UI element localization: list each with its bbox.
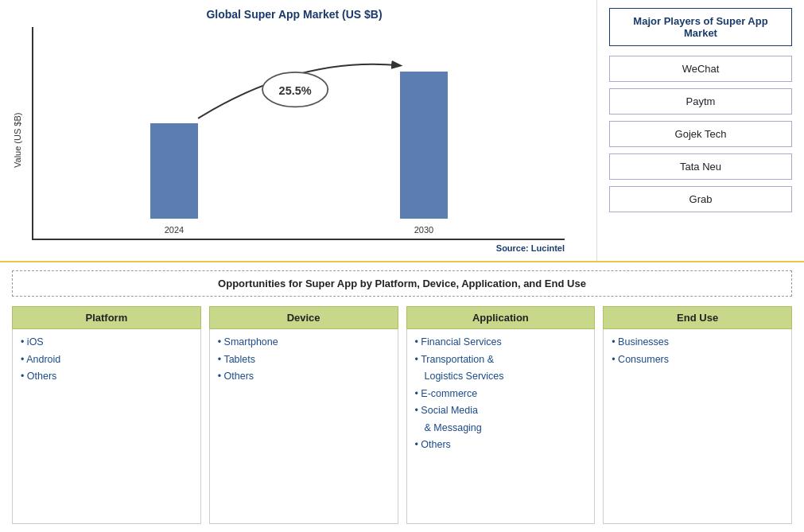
platform-item-others: Others bbox=[21, 370, 192, 384]
bar-label-2030: 2030 bbox=[414, 225, 433, 235]
player-gojek: Gojek Tech bbox=[609, 121, 792, 147]
col-body-application: Financial Services Transportation & Logi… bbox=[406, 329, 596, 524]
column-enduse: End Use Businesses Consumers bbox=[603, 306, 792, 524]
player-wechat: WeChat bbox=[609, 56, 792, 82]
chart-area: Global Super App Market (US $B) Value (U… bbox=[0, 0, 597, 261]
col-body-enduse: Businesses Consumers bbox=[603, 329, 792, 524]
app-item-ecommerce: E-commerce bbox=[415, 387, 587, 402]
app-item-logistics: Logistics Services bbox=[415, 370, 587, 384]
device-item-smartphone: Smartphone bbox=[218, 336, 390, 350]
player-tataneu: Tata Neu bbox=[609, 153, 792, 180]
chart-inner: 25.5% 2024 2030 Source: Lucintel bbox=[24, 27, 581, 253]
bar-label-2024: 2024 bbox=[165, 225, 184, 235]
app-item-messaging: & Messaging bbox=[415, 421, 587, 436]
chart-wrapper: Value (US $B) bbox=[8, 27, 581, 253]
enduse-item-businesses: Businesses bbox=[612, 336, 783, 350]
column-device: Device Smartphone Tablets Others bbox=[209, 306, 398, 524]
players-title: Major Players of Super App Market bbox=[609, 8, 792, 46]
platform-item-android: Android bbox=[21, 353, 192, 367]
bottom-section: Opportunities for Super App by Platform,… bbox=[0, 262, 804, 532]
bars-container: 25.5% 2024 2030 bbox=[32, 27, 565, 240]
col-body-device: Smartphone Tablets Others bbox=[209, 329, 398, 524]
app-item-financial: Financial Services bbox=[415, 336, 587, 350]
app-item-socialmedia: Social Media bbox=[415, 404, 587, 418]
column-platform: Platform iOS Android Others bbox=[12, 306, 201, 524]
chart-title: Global Super App Market (US $B) bbox=[206, 8, 382, 21]
app-item-others: Others bbox=[415, 438, 587, 452]
bar-2024 bbox=[150, 123, 198, 219]
player-grab: Grab bbox=[609, 186, 792, 212]
col-header-application: Application bbox=[406, 306, 596, 329]
bar-group-2024: 2024 bbox=[150, 123, 198, 235]
enduse-item-consumers: Consumers bbox=[612, 353, 783, 367]
source-text: Source: Lucintel bbox=[24, 243, 581, 253]
top-section: Global Super App Market (US $B) Value (U… bbox=[0, 0, 804, 262]
platform-item-ios: iOS bbox=[21, 336, 192, 350]
column-application: Application Financial Services Transport… bbox=[406, 306, 596, 524]
columns-row: Platform iOS Android Others Device Smart… bbox=[12, 306, 792, 524]
col-header-device: Device bbox=[209, 306, 398, 329]
device-item-tablets: Tablets bbox=[218, 353, 390, 367]
col-header-platform: Platform bbox=[12, 306, 201, 329]
app-item-transport: Transportation & bbox=[415, 353, 587, 367]
y-axis-label: Value (US $B) bbox=[8, 27, 24, 253]
main-container: Global Super App Market (US $B) Value (U… bbox=[0, 0, 804, 532]
opportunities-title: Opportunities for Super App by Platform,… bbox=[12, 270, 792, 297]
device-item-others: Others bbox=[218, 370, 390, 384]
player-paytm: Paytm bbox=[609, 88, 792, 115]
svg-text:25.5%: 25.5% bbox=[279, 84, 312, 97]
bar-2030 bbox=[400, 72, 448, 219]
bar-group-2030: 2030 bbox=[400, 72, 448, 235]
svg-point-1 bbox=[262, 72, 328, 107]
right-panel: Major Players of Super App Market WeChat… bbox=[597, 0, 804, 261]
col-header-enduse: End Use bbox=[603, 306, 792, 329]
cagr-arrow-svg: 25.5% bbox=[33, 27, 565, 239]
col-body-platform: iOS Android Others bbox=[12, 329, 201, 524]
